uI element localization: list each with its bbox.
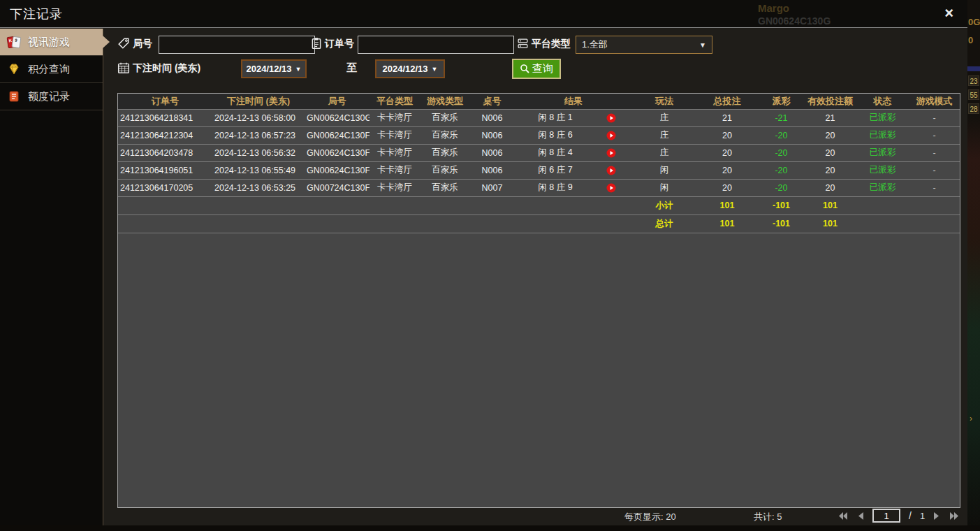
diamond-icon [6,61,22,77]
playing-cards-icon: K 9 [6,34,22,50]
table-row: 241213064196051 2024-12-13 06:55:49 GN00… [118,161,960,179]
last-page-icon[interactable] [949,511,960,521]
page-separator: / [909,510,912,521]
cell-play: 庄 [633,126,696,144]
first-page-icon[interactable] [838,511,849,521]
cell-result: 闲 6 庄 7 [514,164,597,176]
sidebar-item-label: 额度记录 [28,90,70,103]
chevron-down-icon: ▼ [432,66,438,73]
cell-payout: -21 [759,109,804,126]
sidebar-item-points-query[interactable]: 积分查询 [0,56,103,83]
search-button[interactable]: 查询 [512,59,561,79]
cell-valid-bet: 20 [804,126,856,144]
cell-platform: 卡卡湾厅 [370,161,420,179]
subtotal-payout: -101 [759,196,804,214]
table-row: 241213064218341 2024-12-13 06:58:00 GN00… [118,109,960,126]
cell-total-bet: 20 [696,179,759,196]
document-icon [6,89,22,104]
subtotal-valid-bet: 101 [804,196,856,214]
spacer-cell [856,214,909,233]
sidebar-item-label: 积分查询 [28,63,70,76]
screen: 0G 0 23 55 28 › 下注记录 × Margo GN00624C130… [0,0,980,531]
subtotal-row: 小计 101 -101 101 [118,196,960,214]
main-panel: 局号 订单号 平台类型 1.全部 ▼ 下注 [104,29,967,525]
col-header-table-no: 桌号 [470,94,514,109]
sidebar-item-video-games[interactable]: K 9 视讯游戏 [0,29,103,56]
spacer-cell [118,214,633,233]
replay-video-icon[interactable] [606,148,616,158]
cell-round-no: GN00624C130FX [305,161,370,179]
close-icon[interactable]: × [944,4,953,22]
col-header-result: 结果 [514,94,633,109]
replay-video-icon[interactable] [606,166,616,175]
cell-game-type: 百家乐 [420,179,470,196]
replay-video-icon[interactable] [606,131,616,140]
record-count-label: 共计: 5 [754,511,782,523]
cell-order-no: 241213064218341 [118,109,212,126]
background-number: 23 [968,75,979,86]
previous-page-icon[interactable] [857,511,864,521]
order-no-input[interactable] [358,36,514,54]
cell-total-bet: 20 [696,161,759,179]
sidebar-item-quota-records[interactable]: 额度记录 [0,83,103,110]
cell-table-no: N006 [470,161,514,179]
round-no-input[interactable] [159,36,315,54]
platform-type-select[interactable]: 1.全部 ▼ [576,36,712,54]
dialog-title: 下注记录 [10,6,63,22]
subtotal-label: 小计 [633,196,696,214]
cell-game-mode: - [909,126,960,144]
date-from-select[interactable]: 2024/12/13 ▼ [241,59,307,78]
cell-order-no: 241213064196051 [118,161,212,179]
date-range-to-label: 至 [346,61,357,75]
col-header-bet-time: 下注时间 (美东) [212,94,305,109]
cell-platform: 卡卡湾厅 [370,179,420,196]
background-game-strip: 0G 0 23 55 28 › [967,0,980,531]
search-icon [520,64,530,74]
cell-table-no: N006 [470,144,514,161]
dialog-titlebar: 下注记录 × [0,0,967,28]
cell-status: 已派彩 [856,179,909,196]
cell-status: 已派彩 [856,161,909,179]
cell-round-no: GN00724C130FY [305,179,370,196]
cell-order-no: 241213064203478 [118,144,212,161]
bet-time-label: 下注时间 (美东) [133,62,200,75]
cell-bet-time: 2024-12-13 06:56:32 [212,144,305,161]
page-number-input[interactable] [872,509,900,523]
cell-table-no: N007 [470,179,514,196]
next-page-icon[interactable] [933,511,940,521]
cell-game-type: 百家乐 [420,126,470,144]
cell-bet-time: 2024-12-13 06:55:49 [212,161,305,179]
date-to-select[interactable]: 2024/12/13 ▼ [375,59,445,78]
cell-order-no: 241213064212304 [118,126,212,144]
cell-platform: 卡卡湾厅 [370,144,420,161]
cell-status: 已派彩 [856,144,909,161]
cell-table-no: N006 [470,126,514,144]
total-label: 总计 [633,214,696,233]
cell-total-bet: 20 [696,144,759,161]
cell-result: 闲 8 庄 9 [514,182,597,194]
col-header-play: 玩法 [633,94,696,109]
search-button-label: 查询 [532,62,553,75]
cell-game-type: 百家乐 [420,161,470,179]
table-row: 241213064212304 2024-12-13 06:57:23 GN00… [118,126,960,144]
sidebar-item-label: 视讯游戏 [28,36,70,49]
platform-type-label: 平台类型 [532,38,571,50]
col-header-valid-bet: 有效投注额 [804,94,856,109]
background-fragment: 0 [968,35,973,45]
total-row: 总计 101 -101 101 [118,214,960,233]
betting-records-dialog: 下注记录 × Margo GN00624C130G 20 - 200,000 0… [0,0,967,525]
cell-game-mode: - [909,109,960,126]
cell-result: 闲 8 庄 4 [514,147,597,159]
cell-platform: 卡卡湾厅 [370,109,420,126]
col-header-payout: 派彩 [759,94,804,109]
col-header-round-no: 局号 [305,94,370,109]
background-bar [967,66,980,71]
replay-video-icon[interactable] [606,113,616,123]
page-size-label: 每页显示: 20 [624,511,676,523]
date-to-value: 2024/12/13 [383,64,428,74]
replay-video-icon[interactable] [606,183,616,193]
cell-valid-bet: 21 [804,109,856,126]
background-fragment: 0G [968,17,980,27]
subtotal-total-bet: 101 [696,196,759,214]
cell-game-mode: - [909,161,960,179]
